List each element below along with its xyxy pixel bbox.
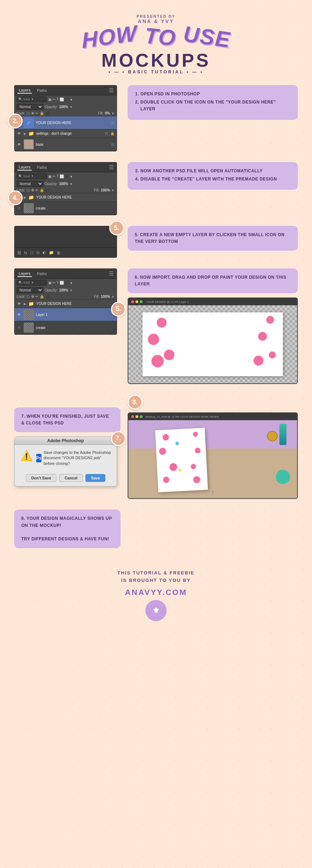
dialog-buttons: Don't Save Cancel Save: [15, 471, 117, 486]
info-text-4: 6. NOW IMPORT, DRAG AND DROP OR PAINT YO…: [135, 275, 286, 286]
layer-settings[interactable]: 👁 ▶ 📁 settings - don't change ⛓ 🔒: [15, 129, 117, 138]
folder-icon-1: 📁: [28, 131, 34, 136]
layer-base[interactable]: 👁 base ⛓: [15, 138, 117, 151]
opacity-row-3: Normal Opacity: 100% ▼: [15, 286, 117, 294]
layer-thumb-layer1: [24, 310, 34, 319]
info-text-5: 7. WHEN YOU'RE FINISHED, JUST SAVE & CLO…: [21, 414, 109, 425]
dialog-text: Save changes to the Adobe Photoshop docu…: [44, 450, 111, 466]
tab-layers-1[interactable]: Layers: [17, 87, 32, 94]
step-5b-6-container: Layers Paths ☰ 🔍Kind▼ ▣ ✏ T ⬜: [14, 268, 298, 384]
folder-icon-3: 📁: [28, 301, 34, 306]
filter-icons-2: ▣ ✏ T ⬜ ⬛ ●: [48, 174, 72, 178]
search-box-3[interactable]: 🔍Kind▼: [17, 280, 47, 285]
eye-icon-5[interactable]: 👁: [17, 206, 22, 211]
title-row: HOW TO USE: [14, 24, 298, 49]
tab-paths-3[interactable]: Paths: [35, 271, 48, 277]
polka-7: [151, 355, 164, 367]
layer-name-8: create: [36, 326, 115, 330]
screen-title-2: Mockup_01_final @ 12.5% YOUR DESIGN HERE…: [145, 415, 219, 418]
step-5a-container: 5. ⛓ fx ◻ ◎ ◐ 📁 🗑 5. CREATE A NEW EMPTY …: [14, 226, 298, 258]
footer-badge: ⚜: [145, 600, 167, 621]
step-1-2-container: 2. Layers Paths ☰ 🔍Kind▼ ▣ ✏: [14, 85, 298, 151]
tab-layers-2[interactable]: Layers: [17, 164, 32, 171]
eye-icon-6[interactable]: 👁: [17, 301, 22, 306]
step-8-container: 8. YOUR DESIGN MAGICALLY SHOWS UP ON THE…: [14, 510, 298, 548]
tab-layers-3[interactable]: Layers: [17, 271, 32, 277]
mask-icon[interactable]: ◎: [36, 250, 40, 255]
mockup-final-screen: Mockup_01_final @ 12.5% YOUR DESIGN HERE…: [128, 412, 298, 499]
info-text-6b: TRY DIFFERENT DESIGNS & HAVE FUN!: [21, 536, 113, 542]
filter-icon-5[interactable]: ⬛: [65, 98, 69, 101]
eye-icon-7[interactable]: 👁: [17, 312, 22, 317]
step-7-left: 7. WHEN YOU'RE FINISHED, JUST SAVE & CLO…: [14, 407, 121, 487]
chain-icon[interactable]: ⛓: [17, 251, 21, 255]
filter-icon-4[interactable]: ⬜: [60, 98, 64, 101]
panel-header-3: Layers Paths ☰: [15, 269, 117, 279]
blend-mode-select-2[interactable]: Normal: [17, 181, 43, 187]
step-badge-5b: 5.: [111, 302, 126, 317]
panel-header-1: Layers Paths ☰: [15, 85, 117, 95]
save-dialog: Adobe Photoshop ⚠️ Ps Save changes to th…: [14, 436, 117, 486]
layer-your-design-2[interactable]: 👁 ▶ 📁 YOUR DESIGN HERE: [15, 193, 117, 202]
search-row-2: 🔍Kind▼ ▣ ✏ T ⬜ ⬛ ●: [15, 172, 117, 180]
lock-row-3: Lock: ⬡ ✥ ✏ 🔒 ⬛ Fill: 100% ▼: [15, 294, 117, 300]
tassel-1: [279, 424, 286, 445]
info-box-1: OPEN PSD IN PHOTOSHOP DOUBLE CLICK ON TH…: [128, 85, 298, 120]
layer-create-2[interactable]: 👁 create: [15, 321, 117, 334]
panel-menu-1[interactable]: ☰: [109, 87, 114, 94]
search-box-2[interactable]: 🔍Kind▼: [17, 173, 47, 179]
filter-icon-6[interactable]: ●: [70, 98, 72, 101]
info-box-6: 8. YOUR DESIGN MAGICALLY SHOWS UP ON THE…: [14, 510, 121, 548]
arrow-icon: ↑: [211, 488, 214, 496]
filter-icon-2[interactable]: ✏: [52, 98, 55, 101]
layer-name-2: settings - don't change: [36, 132, 102, 135]
eye-icon-8[interactable]: 👁: [17, 325, 22, 330]
filter-icons-1: ▣ ✏ T ⬜ ⬛ ●: [48, 98, 72, 101]
panel-menu-2[interactable]: ☰: [109, 164, 114, 171]
info-box-4: 6. NOW IMPORT, DRAG AND DROP OR PAINT YO…: [128, 268, 298, 293]
tab-paths-2[interactable]: Paths: [35, 165, 48, 170]
filter-icon-1[interactable]: ▣: [48, 98, 51, 101]
blend-mode-select-1[interactable]: Normal: [17, 104, 43, 110]
fx-icon[interactable]: fx: [24, 251, 27, 255]
ps-panel-2-wrapper: 4. Layers Paths ☰ 🔍Kind▼ ▣ ✏: [14, 162, 121, 215]
panel-menu-3[interactable]: ☰: [109, 270, 114, 277]
layer-create[interactable]: 👁 create: [15, 202, 117, 215]
ps-empty-area: [15, 226, 117, 247]
info-box-2: NOW ANOTHER PSD FILE WILL OPEN AUTOMATIC…: [128, 162, 298, 190]
folder-btn-icon[interactable]: 📁: [49, 250, 54, 255]
mockups-row: MOCKUPS BASIC TUTORIAL: [14, 51, 298, 74]
tab-paths-1[interactable]: Paths: [35, 88, 48, 93]
layer-your-design[interactable]: 👁 🔗 YOUR DESIGN HERE ⛓: [15, 116, 117, 129]
ps-panel-1: 2. Layers Paths ☰ 🔍Kind▼ ▣ ✏: [14, 85, 121, 151]
layers-panel-2: Layers Paths ☰ 🔍Kind▼ ▣ ✏ T ⬜: [14, 162, 117, 215]
step-7-container: 7. WHEN YOU'RE FINISHED, JUST SAVE & CLO…: [14, 395, 298, 499]
blend-mode-select-3[interactable]: Normal: [17, 287, 43, 293]
polka-2: [266, 316, 274, 324]
adj-icon[interactable]: ◐: [43, 250, 46, 255]
mockup-screen-2-wrapper: 8. Mockup_01_final @ 12.5% YOUR DESIGN H…: [128, 395, 298, 499]
right-col-5b: 6. NOW IMPORT, DRAG AND DROP OR PAINT YO…: [128, 268, 298, 384]
layer-layer1[interactable]: 👁 Layer 1: [15, 308, 117, 321]
info-item-1: OPEN PSD IN PHOTOSHOP: [140, 91, 291, 98]
ps-bottom-panel: ⛓ fx ◻ ◎ ◐ 📁 🗑: [14, 226, 117, 258]
new-layer-icon[interactable]: ◻: [30, 250, 33, 255]
lock-row-1: Lock: ⬡ ✥ ✏ 🔒 ⬛ Fill: 0% ▼: [15, 111, 117, 116]
dialog-body: ⚠️ Ps Save changes to the Adobe Photosho…: [15, 445, 117, 471]
eye-icon-3[interactable]: 👁: [17, 142, 22, 147]
lock-row-2: Lock: ⬡ ✥ ✏ 🔒 ⬛ Fill: 100% ▼: [15, 188, 117, 193]
search-box-1[interactable]: 🔍Kind▼: [17, 96, 47, 102]
filter-icon-3[interactable]: T: [56, 98, 58, 101]
save-button[interactable]: Save: [85, 474, 105, 482]
dont-save-button[interactable]: Don't Save: [26, 474, 56, 482]
max-dot: [140, 300, 143, 303]
screen-title: YOUR DESIGN @ 11.0% Layer 1: [146, 300, 189, 304]
eye-icon-2[interactable]: 👁: [17, 131, 22, 136]
cancel-button[interactable]: Cancel: [59, 474, 83, 482]
layer-your-design-3[interactable]: 👁 ▶ 📁 YOUR DESIGN HERE: [15, 300, 117, 308]
polka-8: [254, 356, 263, 366]
trash-icon[interactable]: 🗑: [57, 251, 61, 255]
info-list-2: NOW ANOTHER PSD FILE WILL OPEN AUTOMATIC…: [135, 168, 291, 183]
page-wrapper: PRESENTED BY ANA & YVY HOW TO USE MOCKUP…: [0, 0, 312, 642]
layer-name-6: YOUR DESIGN HERE: [36, 302, 115, 306]
